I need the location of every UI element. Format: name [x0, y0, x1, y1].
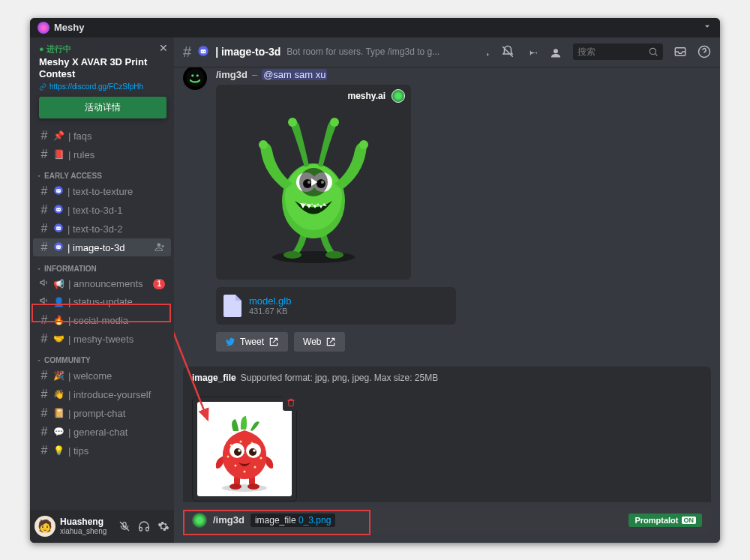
user-panel: 🧑 Huasheng xiahua_sheng	[30, 510, 174, 543]
channel-t231[interactable]: #| text-to-3d-1	[33, 201, 171, 219]
pin-icon[interactable]	[525, 45, 538, 58]
svg-point-2	[57, 190, 58, 191]
argument-hint: image_file Supported format: jpg, png, j…	[183, 367, 711, 389]
channel-name: | general-chat	[68, 427, 165, 438]
person-add-icon[interactable]	[154, 241, 165, 254]
svg-point-46	[248, 484, 260, 490]
svg-point-33	[359, 140, 368, 149]
event-status: ● 进行中	[39, 43, 166, 55]
channel-name: | introduce-yourself	[68, 389, 165, 400]
hash-icon: #	[39, 313, 50, 327]
hash-icon: #	[183, 43, 191, 61]
hash-icon: #	[39, 184, 50, 198]
channel-topic: Bot room for users. Type /img3d to g...	[286, 46, 471, 57]
server-header[interactable]: Meshy	[30, 18, 720, 37]
channel-t2t[interactable]: #| text-to-texture	[33, 182, 171, 200]
upload-thumbnail[interactable]	[192, 397, 297, 502]
category-header[interactable]: EARLY ACCESS	[30, 164, 174, 181]
hash-icon: #	[39, 129, 50, 142]
hash-icon: #	[39, 148, 50, 161]
hash-icon: #	[39, 369, 50, 382]
channel-pc[interactable]: #📔| prompt-chat	[33, 404, 171, 422]
svg-rect-9	[56, 226, 61, 230]
user-mention[interactable]: @sam sam xu	[262, 69, 327, 80]
promptalot-button[interactable]: Promptalot ON	[628, 514, 702, 527]
close-icon[interactable]: ✕	[159, 42, 168, 54]
threads-icon[interactable]	[477, 45, 490, 58]
message-input[interactable]: /img3d image_file 0_3.png Promptalot ON	[183, 507, 711, 534]
mic-mute-icon[interactable]	[118, 520, 130, 532]
channel-mt[interactable]: #🤝| meshy-tweets	[33, 330, 171, 348]
channel-wel[interactable]: #🎉| welcome	[33, 367, 171, 385]
bot-icon	[197, 45, 209, 59]
svg-point-58	[234, 448, 242, 456]
channel-emoji: 💬	[53, 427, 64, 437]
headphones-icon[interactable]	[138, 520, 150, 532]
event-title: Meshy X AVAR 3D Print Contest	[39, 56, 166, 82]
file-attachment[interactable]: model.glb 431.67 KB	[216, 287, 456, 325]
svg-point-51	[227, 455, 230, 457]
channel-name: | image-to-3d	[68, 242, 151, 253]
channel-t232[interactable]: #| text-to-3d-2	[33, 220, 171, 238]
hash-icon: #	[39, 425, 50, 439]
hash-icon: #	[39, 241, 50, 254]
channel-faqs[interactable]: #📌| faqs	[33, 127, 171, 145]
web-button[interactable]: Web	[294, 332, 345, 352]
channel-tips[interactable]: #💡| tips	[33, 442, 171, 460]
delete-upload-icon[interactable]	[283, 394, 299, 411]
svg-point-29	[326, 251, 344, 259]
search-box[interactable]	[573, 43, 663, 60]
help-icon[interactable]	[698, 45, 711, 58]
channel-name: | tips	[68, 445, 165, 457]
svg-rect-1	[56, 189, 61, 193]
channel-soc[interactable]: #🔥| social-media	[33, 311, 171, 329]
channel-name: | social-media	[68, 315, 165, 326]
channel-name: | welcome	[68, 370, 165, 382]
input-arg-chip[interactable]: image_file 0_3.png	[250, 514, 335, 527]
hash-icon: #	[39, 203, 50, 217]
channel-gc[interactable]: #💬| general-chat	[33, 423, 171, 441]
channel-emoji: 📕	[53, 149, 64, 160]
svg-point-42	[222, 484, 267, 492]
members-icon[interactable]	[549, 45, 562, 58]
channel-stat[interactable]: 👤| status-update	[33, 293, 171, 310]
file-name[interactable]: model.glb	[249, 295, 291, 307]
channel-ann[interactable]: 📢| announcements1	[33, 275, 171, 292]
inbox-icon[interactable]	[674, 45, 687, 58]
svg-point-45	[230, 484, 242, 490]
user-tag: xiahua_sheng	[60, 527, 114, 535]
category-header[interactable]: COMMUNITY	[30, 349, 174, 366]
event-details-button[interactable]: 活动详情	[39, 97, 166, 118]
search-input[interactable]	[578, 46, 645, 57]
chevron-down-icon	[702, 21, 712, 34]
svg-rect-13	[56, 245, 61, 249]
gear-icon[interactable]	[158, 520, 170, 532]
username: Huasheng	[60, 517, 114, 527]
strawberry-image	[200, 404, 290, 494]
channel-intro[interactable]: #👋| introduce-yourself	[33, 385, 171, 403]
video-attachment[interactable]: meshy.ai	[216, 85, 411, 280]
channel-emoji: 👤	[53, 297, 64, 307]
category-header[interactable]: INFORMATION	[30, 257, 174, 274]
notification-mute-icon[interactable]	[501, 45, 514, 58]
svg-point-16	[158, 243, 161, 247]
file-size: 431.67 KB	[249, 307, 291, 316]
bot-icon	[53, 204, 64, 217]
play-icon[interactable]	[299, 168, 328, 196]
channel-name: | meshy-tweets	[68, 334, 165, 345]
svg-point-7	[59, 209, 60, 210]
channel-rules[interactable]: #📕| rules	[33, 145, 171, 163]
channel-name: | rules	[68, 149, 165, 160]
svg-point-24	[186, 69, 204, 87]
upload-preview: image_file: 0_3.png	[183, 389, 711, 502]
event-link[interactable]: https://discord.gg/FCzSfpHh	[39, 82, 166, 91]
tweet-button[interactable]: Tweet	[216, 332, 288, 352]
channel-name: | image-to-3d	[215, 46, 280, 58]
svg-point-53	[244, 470, 246, 472]
bot-avatar[interactable]	[183, 67, 207, 90]
bot-icon	[53, 185, 64, 198]
avatar[interactable]: 🧑	[34, 516, 56, 537]
megaphone-icon	[39, 277, 50, 290]
channel-i23[interactable]: #| image-to-3d	[33, 238, 171, 256]
channel-name: | text-to-3d-2	[68, 223, 165, 235]
